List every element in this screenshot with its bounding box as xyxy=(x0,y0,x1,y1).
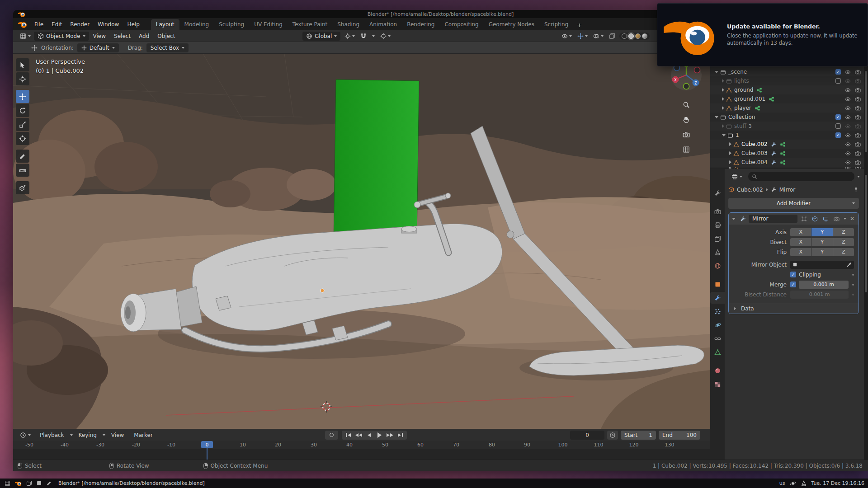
menu-object[interactable]: Object xyxy=(153,31,179,41)
exclude-checkbox[interactable]: ✓ xyxy=(835,114,841,120)
hide-viewport-icon[interactable] xyxy=(845,150,851,156)
add-workspace-button[interactable]: + xyxy=(573,20,585,30)
axis-z-button[interactable]: Z xyxy=(833,228,854,236)
tab-rendering[interactable]: Rendering xyxy=(402,19,439,30)
modifier-name-field[interactable]: Mirror xyxy=(749,215,797,223)
editor-app-icon[interactable] xyxy=(46,480,52,486)
outliner-row[interactable]: ground.001 xyxy=(710,94,868,103)
clipping-checkbox[interactable]: ✓ xyxy=(790,272,796,277)
add-cube-tool[interactable] xyxy=(16,181,29,194)
hide-viewport-icon[interactable] xyxy=(845,87,851,93)
scale-tool[interactable] xyxy=(16,118,29,131)
disable-render-icon[interactable] xyxy=(855,167,861,169)
tab-shading[interactable]: Shading xyxy=(332,19,364,30)
tab-physics[interactable] xyxy=(710,319,725,331)
animate-dot[interactable] xyxy=(852,284,854,286)
menu-keying[interactable]: Keying xyxy=(75,430,101,440)
properties-scroll-thumb[interactable] xyxy=(865,175,867,292)
hide-viewport-icon[interactable] xyxy=(845,114,851,120)
tab-scene[interactable] xyxy=(710,246,725,258)
scrollbar[interactable] xyxy=(864,30,868,460)
outliner-row[interactable]: stuff 3 xyxy=(710,122,868,131)
tab-view-layer[interactable] xyxy=(710,233,725,244)
outliner-row[interactable]: 1 ✓ xyxy=(710,131,868,140)
expand-icon[interactable] xyxy=(722,106,724,110)
disable-render-icon[interactable] xyxy=(855,78,861,84)
pivot-point-button[interactable] xyxy=(343,32,356,40)
tab-compositing[interactable]: Compositing xyxy=(439,19,483,30)
add-modifier-button[interactable]: Add Modifier xyxy=(728,198,859,209)
files-app-icon[interactable] xyxy=(26,480,32,486)
bisect-y-button[interactable]: Y xyxy=(811,238,832,246)
expand-icon[interactable] xyxy=(722,79,724,83)
disable-render-icon[interactable] xyxy=(855,132,861,138)
measure-tool[interactable] xyxy=(16,164,29,177)
tab-modifiers[interactable] xyxy=(710,292,725,304)
cursor-tool[interactable] xyxy=(16,72,29,85)
tab-texture-paint[interactable]: Texture Paint xyxy=(288,19,332,30)
show-applications-icon[interactable] xyxy=(5,480,10,486)
menu-marker[interactable]: Marker xyxy=(130,430,156,440)
expand-icon[interactable] xyxy=(729,167,731,169)
show-in-edit-mode-toggle[interactable] xyxy=(811,215,819,223)
pan-button[interactable] xyxy=(680,114,692,126)
flip-y-button[interactable]: Y xyxy=(811,248,832,256)
expand-icon[interactable] xyxy=(729,160,731,164)
tab-output[interactable] xyxy=(710,219,725,231)
animate-dot[interactable] xyxy=(852,294,854,296)
menu-help[interactable]: Help xyxy=(123,19,143,29)
shading-solid-button[interactable] xyxy=(628,33,634,39)
merge-threshold-field[interactable]: 0.001 m xyxy=(799,281,849,289)
axis-x-button[interactable]: X xyxy=(790,228,811,236)
show-in-render-toggle[interactable] xyxy=(833,215,841,223)
disable-render-icon[interactable] xyxy=(855,87,861,93)
bisect-z-button[interactable]: Z xyxy=(833,238,854,246)
proportional-editing-toggle[interactable] xyxy=(379,32,392,40)
exclude-checkbox[interactable]: ✓ xyxy=(835,132,841,138)
keyboard-layout-indicator[interactable]: us xyxy=(779,480,785,486)
expand-icon[interactable] xyxy=(715,116,718,118)
outliner-row[interactable]: player xyxy=(710,103,868,113)
xray-toggle[interactable] xyxy=(608,32,617,40)
pin-icon[interactable] xyxy=(853,187,859,192)
expand-icon[interactable] xyxy=(722,124,724,128)
disable-render-icon[interactable] xyxy=(855,69,861,75)
tab-geometry-nodes[interactable]: Geometry Nodes xyxy=(484,19,539,30)
menu-view-timeline[interactable]: View xyxy=(107,430,128,440)
select-box-tool[interactable] xyxy=(16,58,29,71)
jump-to-start-button[interactable] xyxy=(343,431,354,439)
exclude-checkbox[interactable] xyxy=(835,123,841,129)
expand-icon[interactable] xyxy=(722,97,724,101)
outliner-row[interactable]: ground xyxy=(710,85,868,94)
tab-constraints[interactable] xyxy=(710,333,725,344)
menu-add[interactable]: Add xyxy=(135,31,153,41)
tab-texture[interactable] xyxy=(710,378,725,390)
camera-view-button[interactable] xyxy=(680,129,692,141)
frame-end-field[interactable]: End 100 xyxy=(659,431,700,440)
disable-render-icon[interactable] xyxy=(855,141,861,147)
drag-dropdown[interactable]: Select Box xyxy=(146,43,189,52)
delete-modifier-button[interactable]: ✕ xyxy=(849,216,855,222)
object-type-visibility-button[interactable] xyxy=(560,32,573,40)
current-frame-field[interactable]: 0 xyxy=(570,431,604,440)
exclude-checkbox[interactable] xyxy=(835,78,841,84)
taskbar-clock[interactable]: Tue, 17 Dec 19:16:16 xyxy=(811,480,864,486)
menu-render[interactable]: Render xyxy=(66,19,94,29)
jump-to-end-button[interactable] xyxy=(395,431,406,439)
annotate-tool[interactable] xyxy=(16,150,29,163)
breadcrumb-modifier[interactable]: Mirror xyxy=(779,187,795,193)
taskbar-window-title[interactable]: Blender* [/home/amalie/Desktop/blender/s… xyxy=(58,480,205,486)
modifier-extras-icon[interactable] xyxy=(844,218,846,220)
expand-icon[interactable] xyxy=(729,142,731,146)
expand-icon[interactable] xyxy=(729,151,731,155)
outliner-scroll-thumb[interactable] xyxy=(865,71,867,152)
play-reverse-button[interactable] xyxy=(364,431,374,439)
eyedropper-icon[interactable] xyxy=(846,262,852,267)
breadcrumb-object[interactable]: Cube.002 xyxy=(737,187,763,193)
hide-viewport-icon[interactable] xyxy=(845,141,851,147)
tab-modeling[interactable]: Modeling xyxy=(179,19,214,30)
properties-search-input[interactable] xyxy=(748,172,854,181)
flip-z-button[interactable]: Z xyxy=(833,248,854,256)
outliner-row-active[interactable]: Cube.002 xyxy=(710,140,868,149)
filter-dropdown-icon[interactable] xyxy=(857,176,860,178)
